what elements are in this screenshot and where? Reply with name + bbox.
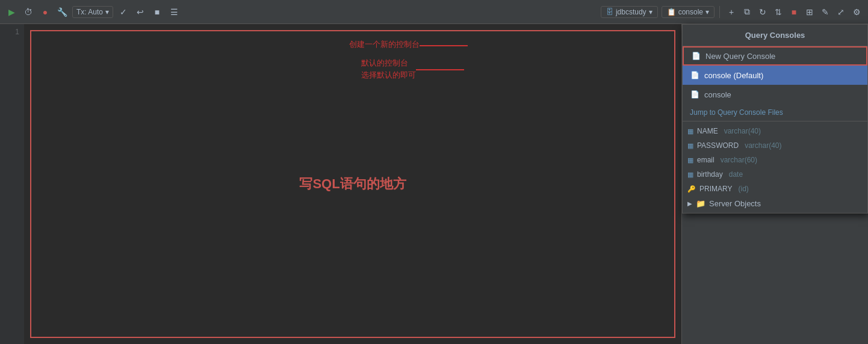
- editor-content[interactable]: 写SQL语句的地方: [24, 24, 681, 344]
- main-content: 1 写SQL语句的地方 ✓ ▾ ↖ @lo... ▾ 📋 ▾ 📋 Q: [0, 24, 868, 344]
- db-name-chevron: ▾: [649, 8, 653, 16]
- copy-icon[interactable]: ⧉: [740, 5, 754, 19]
- new-console-icon: 📄: [691, 51, 701, 61]
- birthday-field-icon: ▦: [687, 171, 693, 179]
- server-objects-label: Server Objects: [709, 199, 761, 208]
- tx-chevron: ▾: [105, 8, 109, 16]
- password-field-label: PASSWORD: [697, 141, 739, 150]
- new-console-label: New Query Console: [705, 52, 775, 61]
- jump-link-label: Jump to Query Console Files: [690, 108, 783, 117]
- stop-icon[interactable]: ■: [787, 5, 801, 19]
- stop-button[interactable]: ■: [150, 5, 164, 19]
- console-default-icon: 📄: [690, 70, 699, 80]
- dropdown-title: Query Consoles: [683, 25, 867, 46]
- edit-icon[interactable]: ✎: [819, 5, 832, 19]
- check-button[interactable]: ✓: [117, 5, 130, 19]
- tx-label: Tx: Auto: [76, 8, 103, 16]
- password-field-type: varchar(40): [745, 141, 781, 150]
- console-item[interactable]: 📄 console: [683, 85, 867, 104]
- toolbar-separator-1: [719, 6, 720, 18]
- email-field-label: email: [697, 156, 715, 164]
- tree-item-password[interactable]: ▦ PASSWORD varchar(40): [683, 138, 867, 153]
- db-name-badge[interactable]: 🗄 jdbcstudy ▾: [601, 6, 658, 18]
- right-toolbar-icons: + ⧉ ↻ ⇅ ■ ⊞ ✎ ⤢ ⚙: [725, 5, 863, 19]
- query-consoles-dropdown: Query Consoles 📄 New Query Console 📄 con…: [682, 24, 868, 213]
- clock-icon[interactable]: ⏱: [22, 5, 35, 19]
- line-numbers: 1: [0, 24, 24, 344]
- password-field-icon: ▦: [687, 142, 693, 150]
- wrench-icon[interactable]: 🔧: [55, 5, 69, 19]
- jump-to-query-files[interactable]: Jump to Query Console Files: [683, 104, 867, 121]
- line-number: 1: [0, 26, 19, 37]
- tree-item-name[interactable]: ▦ NAME varchar(40): [683, 124, 867, 138]
- new-query-console-item[interactable]: 📄 New Query Console: [683, 46, 867, 66]
- primary-key-icon: 🔑: [687, 185, 696, 193]
- sort-icon[interactable]: ⇅: [772, 5, 785, 19]
- record-icon[interactable]: ●: [39, 5, 52, 19]
- birthday-field-type: date: [729, 170, 743, 179]
- tree-item-primary[interactable]: 🔑 PRIMARY (id): [683, 182, 867, 196]
- primary-key-type: (id): [738, 185, 748, 193]
- console-default-label: console (Default): [704, 71, 763, 80]
- console-icon: 📄: [690, 90, 699, 99]
- toolbar: ▶ ⏱ ● 🔧 Tx: Auto ▾ ✓ ↩ ■ ☰ 🗄 jdbcstudy ▾…: [0, 0, 868, 24]
- tree-item-birthday[interactable]: ▦ birthday date: [683, 167, 867, 182]
- grid-icon[interactable]: ⊞: [803, 5, 816, 19]
- add-icon[interactable]: +: [725, 5, 738, 19]
- editor-area: 1 写SQL语句的地方: [0, 24, 681, 344]
- run-button[interactable]: ▶: [5, 5, 18, 19]
- server-objects-chevron: ▶: [687, 200, 692, 207]
- filter-icon[interactable]: ⚙: [850, 5, 863, 19]
- email-field-type: varchar(60): [721, 156, 757, 164]
- console-name-label: console: [678, 8, 703, 16]
- primary-key-label: PRIMARY: [699, 185, 732, 193]
- editor-placeholder-text: 写SQL语句的地方: [299, 175, 406, 193]
- tx-selector[interactable]: Tx: Auto ▾: [72, 6, 113, 18]
- server-objects-folder-icon: 📁: [696, 199, 705, 208]
- console-name-badge[interactable]: 📋 console ▾: [662, 6, 715, 18]
- console-default-item[interactable]: 📄 console (Default): [683, 66, 867, 85]
- console-chevron: ▾: [705, 8, 709, 16]
- console-label: console: [704, 90, 731, 99]
- editor-bordered-region: 写SQL语句的地方: [30, 30, 675, 338]
- undo-button[interactable]: ↩: [134, 5, 147, 19]
- email-field-icon: ▦: [687, 156, 693, 164]
- right-panel: ✓ ▾ ↖ @lo... ▾ 📋 ▾ 📋 Query Consoles 📄 Ne…: [681, 24, 868, 344]
- db-selector: 🗄 jdbcstudy ▾ 📋 console ▾: [601, 6, 715, 18]
- birthday-field-label: birthday: [697, 170, 723, 179]
- refresh-icon[interactable]: ↻: [756, 5, 769, 19]
- server-objects-item[interactable]: ▶ 📁 Server Objects: [683, 196, 867, 210]
- db-name-label: jdbcstudy: [616, 8, 646, 16]
- tree-item-email[interactable]: ▦ email varchar(60): [683, 153, 867, 167]
- name-field-type: varchar(40): [724, 127, 761, 135]
- expand-icon[interactable]: ⤢: [834, 5, 848, 19]
- name-field-label: NAME: [697, 127, 718, 135]
- name-field-icon: ▦: [687, 127, 693, 135]
- db-tree-section: ▦ NAME varchar(40) ▦ PASSWORD varchar(40…: [683, 121, 867, 213]
- list-button[interactable]: ☰: [167, 5, 181, 19]
